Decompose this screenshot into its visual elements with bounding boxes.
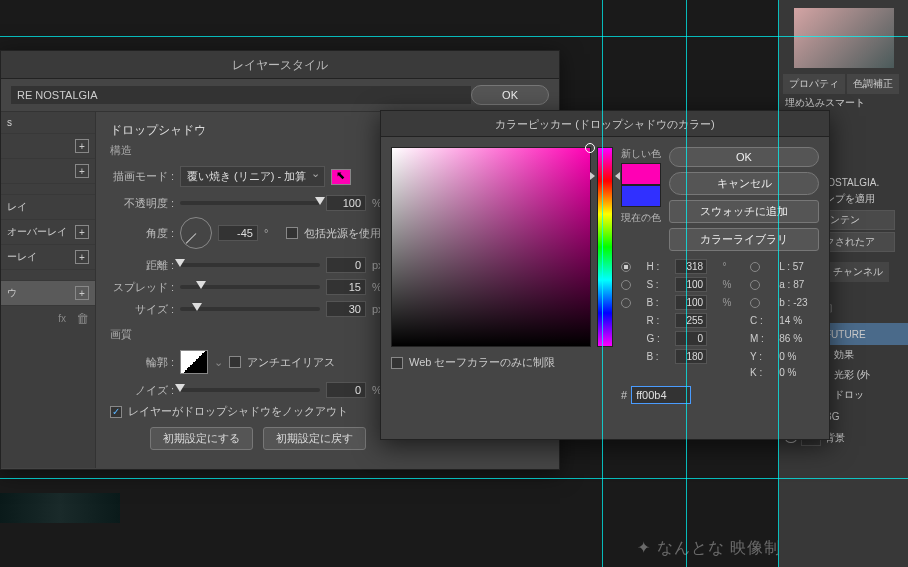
tab-adjustments[interactable]: 色調補正 xyxy=(847,74,899,94)
global-light-checkbox[interactable] xyxy=(286,227,298,239)
bc-input[interactable]: 180 xyxy=(675,349,707,364)
reset-default-button[interactable]: 初期設定に戻す xyxy=(263,427,366,450)
smart-object-label: 埋め込みスマート xyxy=(785,96,865,110)
ok-button[interactable]: OK xyxy=(669,147,819,167)
size-label: サイズ : xyxy=(110,302,174,317)
cancel-button[interactable]: キャンセル xyxy=(669,172,819,195)
color-libraries-button[interactable]: カラーライブラリ xyxy=(669,228,819,251)
guide-horizontal xyxy=(0,36,908,37)
noise-slider[interactable] xyxy=(180,388,320,392)
angle-label: 角度 : xyxy=(110,226,174,241)
effect-item-drop-shadow[interactable]: ウ+ xyxy=(1,281,95,306)
saturation-value-field[interactable] xyxy=(391,147,591,347)
radio-blab[interactable] xyxy=(750,298,760,308)
add-swatch-button[interactable]: スウォッチに追加 xyxy=(669,200,819,223)
ok-button[interactable]: OK xyxy=(471,85,549,105)
knockout-label: レイヤーがドロップシャドウをノックアウト xyxy=(128,404,348,419)
dialog-title: レイヤースタイル xyxy=(1,51,559,79)
spread-label: スプレッド : xyxy=(110,280,174,295)
angle-dial[interactable] xyxy=(180,217,212,249)
new-color-swatch[interactable] xyxy=(621,163,661,185)
effect-item[interactable] xyxy=(1,184,95,195)
opacity-slider[interactable] xyxy=(180,201,320,205)
antialias-label: アンチエイリアス xyxy=(247,355,335,370)
global-light-label: 包括光源を使用 xyxy=(304,226,381,241)
g-input[interactable]: 0 xyxy=(675,331,707,346)
distance-slider[interactable] xyxy=(180,263,320,267)
add-effect-icon[interactable]: + xyxy=(75,250,89,264)
blend-mode-label: 描画モード : xyxy=(110,169,174,184)
size-slider[interactable] xyxy=(180,307,320,311)
hue-slider[interactable] xyxy=(597,147,613,347)
contour-picker[interactable] xyxy=(180,350,208,374)
color-picker-dialog: カラーピッカー (ドロップシャドウのカラー) Web セーフカラーのみに制限 新… xyxy=(380,110,830,440)
current-color-label: 現在の色 xyxy=(621,211,661,225)
h-input[interactable]: 318 xyxy=(675,259,707,274)
canvas-image-strip xyxy=(0,493,120,523)
color-picker-title: カラーピッカー (ドロップシャドウのカラー) xyxy=(381,111,829,137)
add-effect-icon[interactable]: + xyxy=(75,225,89,239)
radio-s[interactable] xyxy=(621,280,631,290)
s-input[interactable]: 100 xyxy=(675,277,707,292)
radio-l[interactable] xyxy=(750,262,760,272)
fx-icon[interactable]: fx xyxy=(58,313,66,324)
r-input[interactable]: 255 xyxy=(675,313,707,328)
add-effect-icon[interactable]: + xyxy=(75,164,89,178)
angle-input[interactable]: -45 xyxy=(218,225,258,241)
guide-horizontal xyxy=(0,478,908,479)
spread-slider[interactable] xyxy=(180,285,320,289)
shadow-color-swatch[interactable] xyxy=(331,169,351,185)
watermark-text: ✦ なんとな 映像制作 xyxy=(637,538,798,559)
effect-item[interactable]: オーバーレイ+ xyxy=(1,220,95,245)
opacity-input[interactable]: 100 xyxy=(326,195,366,211)
noise-label: ノイズ : xyxy=(110,383,174,398)
web-safe-label: Web セーフカラーのみに制限 xyxy=(409,355,555,370)
hex-label: # xyxy=(621,389,627,401)
effect-item[interactable]: s xyxy=(1,112,95,134)
effect-item[interactable]: レイ xyxy=(1,195,95,220)
tab-channels[interactable]: チャンネル xyxy=(827,262,889,282)
hex-input[interactable]: ff00b4 xyxy=(631,386,691,404)
color-marker[interactable] xyxy=(585,143,595,153)
make-default-button[interactable]: 初期設定にする xyxy=(150,427,253,450)
noise-input[interactable]: 0 xyxy=(326,382,366,398)
add-effect-icon[interactable]: + xyxy=(75,286,89,300)
effect-item[interactable]: + xyxy=(1,159,95,184)
bv-input[interactable]: 100 xyxy=(675,295,707,310)
web-safe-checkbox[interactable] xyxy=(391,357,403,369)
radio-h[interactable] xyxy=(621,262,631,272)
effects-list: s + + レイ オーバーレイ+ ーレイ+ ウ+ fx 🗑 xyxy=(1,112,96,468)
document-name-field[interactable]: RE NOSTALGIA xyxy=(11,86,471,104)
tab-properties[interactable]: プロパティ xyxy=(783,74,845,94)
effect-item[interactable]: + xyxy=(1,134,95,159)
new-color-label: 新しい色 xyxy=(621,147,661,161)
radio-b[interactable] xyxy=(621,298,631,308)
antialias-checkbox[interactable] xyxy=(229,356,241,368)
size-input[interactable]: 30 xyxy=(326,301,366,317)
knockout-checkbox[interactable] xyxy=(110,406,122,418)
current-color-swatch[interactable] xyxy=(621,185,661,207)
distance-input[interactable]: 0 xyxy=(326,257,366,273)
preview-thumbnail xyxy=(794,8,894,68)
add-effect-icon[interactable]: + xyxy=(75,139,89,153)
blend-mode-dropdown[interactable]: 覆い焼き (リニア) - 加算 xyxy=(180,166,325,187)
effect-item[interactable]: ーレイ+ xyxy=(1,245,95,270)
contour-label: 輪郭 : xyxy=(110,355,174,370)
radio-a[interactable] xyxy=(750,280,760,290)
spread-input[interactable]: 15 xyxy=(326,279,366,295)
opacity-label: 不透明度 : xyxy=(110,196,174,211)
trash-icon[interactable]: 🗑 xyxy=(76,311,89,326)
distance-label: 距離 : xyxy=(110,258,174,273)
effect-item[interactable] xyxy=(1,270,95,281)
